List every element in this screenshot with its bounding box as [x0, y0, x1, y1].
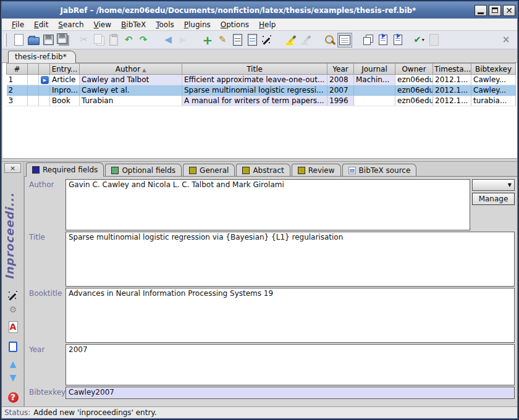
close-editor-icon: ×	[10, 164, 15, 172]
close-button[interactable]: ✕	[503, 5, 515, 16]
column-header-timesta[interactable]: Timesta...	[433, 64, 471, 75]
paste-icon[interactable]	[106, 33, 121, 48]
menu-bibtex[interactable]: BibTeX	[116, 19, 151, 30]
column-header-bibtexkey[interactable]: Bibtexkey	[471, 64, 516, 75]
maximize-button[interactable]	[489, 5, 501, 16]
tab-general[interactable]: General	[183, 164, 235, 176]
open-file-icon[interactable]	[6, 340, 20, 353]
menu-search[interactable]: Search	[53, 19, 88, 30]
new-entry-icon[interactable]: +	[200, 33, 215, 48]
table-row[interactable]: 2Inpro...Cawley et al.Sparse multinomial…	[7, 85, 516, 96]
minimize-button[interactable]	[475, 5, 487, 16]
editor-tabs: Required fieldsOptional fieldsGeneralAbs…	[24, 162, 517, 176]
menu-file[interactable]: File	[7, 19, 29, 30]
entry-type-label: Inproceedi...	[3, 180, 23, 292]
name-format-combobox[interactable]: ▼	[472, 179, 515, 191]
open-database-icon[interactable]	[26, 33, 41, 48]
unmark-entries-icon[interactable]	[299, 33, 314, 48]
open-pdf-icon[interactable]: A	[6, 320, 20, 334]
copy-icon[interactable]	[91, 33, 106, 48]
menu-options[interactable]: Options	[216, 19, 254, 30]
toolbar-close-icon[interactable]: ×	[499, 33, 513, 48]
menu-view[interactable]: View	[89, 19, 116, 30]
menu-plugins[interactable]: Plugins	[179, 19, 216, 30]
next-entry-icon[interactable]: ▼	[6, 371, 20, 384]
tab-bibtex-source[interactable]: BibTeX source	[342, 164, 417, 176]
author-field-input[interactable]: Gavin C. Cawley and Nicola L. C. Talbot …	[65, 179, 470, 230]
source-icon	[348, 167, 356, 174]
database-tabbar: thesis-ref.bib*	[2, 49, 517, 63]
minimize-icon	[478, 12, 484, 14]
new-database-icon[interactable]	[11, 33, 26, 48]
field-row-booktitle: Booktitle Advances in Neural Information…	[26, 288, 515, 343]
olive-square-icon	[189, 167, 196, 174]
tab-optional-fields[interactable]: Optional fields	[105, 164, 182, 176]
help-icon[interactable]: ?	[6, 390, 20, 404]
edit-preamble-icon[interactable]	[230, 33, 245, 48]
tab-label: BibTeX source	[359, 166, 411, 175]
column-header-author[interactable]: Author▲	[80, 64, 182, 75]
save-database-icon[interactable]	[41, 33, 56, 48]
column-header-title[interactable]: Title	[182, 64, 327, 75]
back-icon[interactable]: ◀	[161, 33, 175, 48]
close-icon: ✕	[505, 6, 513, 15]
window-title: JabRef – /home/ezn06edu/Documents/nonfic…	[4, 6, 473, 15]
booktitle-field-input[interactable]: Advances in Neural Information Processin…	[65, 288, 515, 343]
undo-icon[interactable]: ↶	[121, 33, 136, 48]
save-all-databases-icon[interactable]	[56, 33, 70, 48]
toolbar-handle[interactable]	[4, 33, 7, 47]
field-row-title: Title Sparse multinomial logistic regres…	[26, 232, 515, 287]
column-header-owner[interactable]: Owner	[395, 64, 433, 75]
forward-icon[interactable]: ▶	[175, 33, 190, 48]
title-field-input[interactable]: Sparse multinomial logistic regression v…	[65, 232, 515, 287]
toggle-search-panel-icon[interactable]	[337, 33, 352, 48]
push-to-openoffice-icon[interactable]: ✔▾	[411, 33, 426, 48]
column-header-icon[interactable]	[28, 64, 39, 75]
tab-required-fields[interactable]: Required fields	[26, 162, 104, 177]
green-square-icon	[111, 167, 119, 174]
titlebar[interactable]: JabRef – /home/ezn06edu/Documents/nonfic…	[2, 2, 517, 19]
autoset-settings-icon[interactable]: ⚙	[6, 303, 20, 316]
column-header-icon[interactable]	[39, 64, 50, 75]
open-url-icon[interactable]: ▶	[41, 76, 49, 84]
field-row-year: Year 2007	[26, 344, 515, 385]
tab-label: General	[200, 166, 229, 175]
column-header-year[interactable]: Year	[327, 64, 354, 75]
column-header-num[interactable]: #	[7, 64, 28, 75]
menu-tools[interactable]: Tools	[151, 19, 179, 30]
close-editor-button[interactable]: ×	[4, 163, 21, 173]
year-field-input[interactable]: 2007	[65, 344, 515, 385]
push-to-lyx-icon[interactable]	[376, 33, 390, 48]
manage-button[interactable]: Manage	[472, 193, 515, 205]
table-row[interactable]: 1▶ArticleCawley and TalbotEfficient appr…	[7, 75, 516, 85]
toolbar: ✂↶↷◀▶+✎✔▾×	[2, 31, 517, 49]
menu-help[interactable]: Help	[254, 19, 281, 30]
menu-edit[interactable]: Edit	[29, 19, 53, 30]
push-external-icon[interactable]	[426, 33, 441, 48]
tab-label: Review	[308, 166, 335, 175]
database-tab[interactable]: thesis-ref.bib*	[8, 51, 76, 63]
mark-entries-icon[interactable]	[284, 33, 299, 48]
redo-icon[interactable]: ↷	[136, 33, 151, 48]
column-header-entry[interactable]: Entry...	[50, 64, 80, 75]
column-header-journal[interactable]: Journal	[354, 64, 395, 75]
edit-entry-icon[interactable]: ✎	[215, 33, 230, 48]
previous-entry-icon[interactable]: ▲	[6, 357, 20, 371]
bibtexkey-field-input[interactable]: Cawley2007	[65, 387, 515, 399]
maximize-icon	[492, 7, 498, 13]
push-to-emacs-icon[interactable]	[390, 33, 405, 48]
table-row[interactable]: 3BookTurabianA manual for writers of ter…	[7, 96, 516, 106]
cleanup-entries-wand-icon[interactable]	[260, 33, 274, 48]
menubar: FileEditSearchViewBibTeXToolsPluginsOpti…	[2, 19, 517, 31]
search-icon[interactable]	[323, 33, 337, 48]
generate-bibtexkey-icon[interactable]	[6, 289, 20, 303]
tab-review[interactable]: Review	[292, 164, 341, 176]
cut-icon[interactable]: ✂	[77, 33, 91, 48]
edit-strings-icon[interactable]	[245, 33, 260, 48]
window-frame: JabRef – /home/ezn06edu/Documents/nonfic…	[1, 1, 518, 419]
field-row-bibtexkey: Bibtexkey Cawley2007	[26, 387, 515, 399]
required-fields-panel: Author Gavin C. Cawley and Nicola L. C. …	[24, 176, 517, 406]
window-buttons: ✕	[473, 5, 515, 16]
copy-citation-icon[interactable]	[361, 33, 376, 48]
tab-abstract[interactable]: Abstract	[236, 164, 290, 176]
